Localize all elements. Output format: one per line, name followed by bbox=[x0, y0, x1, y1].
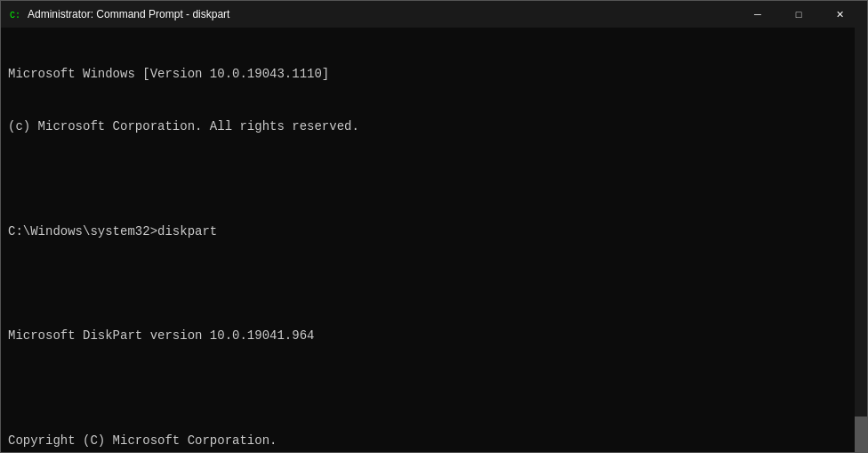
blank-line-3 bbox=[8, 380, 860, 398]
line-version: Microsoft Windows [Version 10.0.19043.11… bbox=[8, 66, 860, 84]
line-copyright: Copyright (C) Microsoft Corporation. bbox=[8, 433, 860, 450]
line-command: C:\Windows\system32>diskpart bbox=[8, 223, 860, 241]
console-body[interactable]: Microsoft Windows [Version 10.0.19043.11… bbox=[1, 28, 867, 452]
titlebar-controls: ─ □ ✕ bbox=[737, 1, 860, 28]
scrollbar-thumb[interactable] bbox=[855, 417, 867, 452]
svg-text:C:: C: bbox=[10, 11, 20, 20]
blank-line-1 bbox=[8, 171, 860, 189]
cmd-window: C: Administrator: Command Prompt - diskp… bbox=[0, 0, 868, 453]
minimize-button[interactable]: ─ bbox=[737, 1, 778, 28]
cmd-icon: C: bbox=[8, 7, 22, 21]
titlebar-title: Administrator: Command Prompt - diskpart bbox=[28, 8, 229, 20]
close-button[interactable]: ✕ bbox=[819, 1, 860, 28]
titlebar-left: C: Administrator: Command Prompt - diskp… bbox=[8, 7, 229, 21]
line-copyright-ms: (c) Microsoft Corporation. All rights re… bbox=[8, 118, 860, 136]
maximize-button[interactable]: □ bbox=[778, 1, 819, 28]
console-output: Microsoft Windows [Version 10.0.19043.11… bbox=[8, 31, 860, 452]
titlebar: C: Administrator: Command Prompt - diskp… bbox=[1, 1, 867, 28]
line-diskpart-version: Microsoft DiskPart version 10.0.19041.96… bbox=[8, 328, 860, 345]
blank-line-2 bbox=[8, 275, 860, 293]
scrollbar[interactable] bbox=[855, 28, 867, 452]
